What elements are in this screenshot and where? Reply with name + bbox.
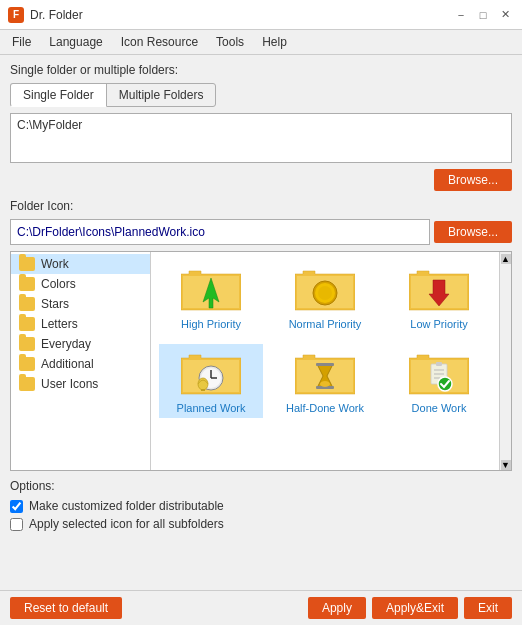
minimize-button[interactable]: −	[452, 6, 470, 24]
folder-section-label: Single folder or multiple folders:	[10, 63, 512, 77]
planned-work-label: Planned Work	[177, 402, 246, 414]
normal-priority-label: Normal Priority	[289, 318, 362, 330]
folder-icon-stars	[19, 297, 35, 311]
bottom-bar: Reset to default Apply Apply&Exit Exit	[0, 590, 522, 625]
folder-icon-work	[19, 257, 35, 271]
reset-button[interactable]: Reset to default	[10, 597, 122, 619]
folder-icon-section: Folder Icon: Browse...	[10, 199, 512, 245]
bottom-right-buttons: Apply Apply&Exit Exit	[308, 597, 512, 619]
folder-icon-letters	[19, 317, 35, 331]
menu-bar: File Language Icon Resource Tools Help	[0, 30, 522, 55]
low-priority-label: Low Priority	[410, 318, 467, 330]
icon-half-done-work[interactable]: Half-Done Work	[273, 344, 377, 418]
planned-work-svg	[181, 348, 241, 398]
svg-rect-23	[316, 363, 334, 366]
options-label: Options:	[10, 479, 512, 493]
exit-button[interactable]: Exit	[464, 597, 512, 619]
icon-categories: Work Colors Stars Letters Everyday Addit…	[11, 252, 151, 470]
folder-icon-user-icons	[19, 377, 35, 391]
icon-panel: Work Colors Stars Letters Everyday Addit…	[10, 251, 512, 471]
scroll-down-arrow[interactable]: ▼	[501, 460, 511, 470]
category-everyday[interactable]: Everyday	[11, 334, 150, 354]
icon-grid-inner: High Priority Normal Priority	[159, 260, 491, 418]
icon-path-input[interactable]	[10, 219, 430, 245]
options-section: Options: Make customized folder distribu…	[10, 479, 512, 531]
menu-help[interactable]: Help	[254, 32, 295, 52]
high-priority-svg	[181, 264, 241, 314]
tab-multiple-folders[interactable]: Multiple Folders	[106, 83, 217, 107]
app-icon: F	[8, 7, 24, 23]
icon-high-priority[interactable]: High Priority	[159, 260, 263, 334]
option-subfolders-row: Apply selected icon for all subfolders	[10, 517, 512, 531]
half-done-work-label: Half-Done Work	[286, 402, 364, 414]
done-work-label: Done Work	[412, 402, 467, 414]
option-distributable-label: Make customized folder distributable	[29, 499, 224, 513]
browse-row: Browse...	[10, 169, 512, 191]
scroll-up-arrow[interactable]: ▲	[501, 254, 511, 264]
tab-bar: Single Folder Multiple Folders	[10, 83, 512, 107]
svg-point-25	[320, 381, 330, 387]
close-button[interactable]: ✕	[496, 6, 514, 24]
high-priority-label: High Priority	[181, 318, 241, 330]
icon-browse-button[interactable]: Browse...	[434, 221, 512, 243]
icon-normal-priority[interactable]: Normal Priority	[273, 260, 377, 334]
icon-low-priority[interactable]: Low Priority	[387, 260, 491, 334]
option-distributable-row: Make customized folder distributable	[10, 499, 512, 513]
folder-path-input[interactable]: C:\MyFolder	[10, 113, 512, 163]
folder-section: Single folder or multiple folders: Singl…	[10, 63, 512, 191]
folder-icon-everyday	[19, 337, 35, 351]
done-work-svg	[409, 348, 469, 398]
option-distributable-checkbox[interactable]	[10, 500, 23, 513]
apply-exit-button[interactable]: Apply&Exit	[372, 597, 458, 619]
category-additional[interactable]: Additional	[11, 354, 150, 374]
title-bar: F Dr. Folder − □ ✕	[0, 0, 522, 30]
svg-rect-29	[436, 362, 442, 366]
category-stars[interactable]: Stars	[11, 294, 150, 314]
category-user-icons[interactable]: User Icons	[11, 374, 150, 394]
category-colors[interactable]: Colors	[11, 274, 150, 294]
low-priority-svg	[409, 264, 469, 314]
folder-icon-colors	[19, 277, 35, 291]
option-subfolders-checkbox[interactable]	[10, 518, 23, 531]
menu-language[interactable]: Language	[41, 32, 110, 52]
icon-done-work[interactable]: Done Work	[387, 344, 491, 418]
normal-priority-svg	[295, 264, 355, 314]
svg-point-7	[318, 286, 332, 300]
category-letters[interactable]: Letters	[11, 314, 150, 334]
folder-icon-additional	[19, 357, 35, 371]
maximize-button[interactable]: □	[474, 6, 492, 24]
main-content: Single folder or multiple folders: Singl…	[0, 55, 522, 547]
icon-planned-work[interactable]: Planned Work	[159, 344, 263, 418]
icon-grid-scrollbar[interactable]: ▲ ▼	[499, 252, 511, 470]
category-work[interactable]: Work	[11, 254, 150, 274]
tab-single-folder[interactable]: Single Folder	[10, 83, 107, 107]
folder-icon-label: Folder Icon:	[10, 199, 512, 213]
browse-button[interactable]: Browse...	[434, 169, 512, 191]
half-done-work-svg	[295, 348, 355, 398]
apply-button[interactable]: Apply	[308, 597, 366, 619]
svg-rect-19	[201, 389, 205, 391]
folder-icon-row: Browse...	[10, 219, 512, 245]
title-bar-left: F Dr. Folder	[8, 7, 83, 23]
icon-grid: High Priority Normal Priority	[151, 252, 499, 470]
app-title: Dr. Folder	[30, 8, 83, 22]
menu-icon-resource[interactable]: Icon Resource	[113, 32, 206, 52]
title-controls: − □ ✕	[452, 6, 514, 24]
option-subfolders-label: Apply selected icon for all subfolders	[29, 517, 224, 531]
menu-file[interactable]: File	[4, 32, 39, 52]
menu-tools[interactable]: Tools	[208, 32, 252, 52]
